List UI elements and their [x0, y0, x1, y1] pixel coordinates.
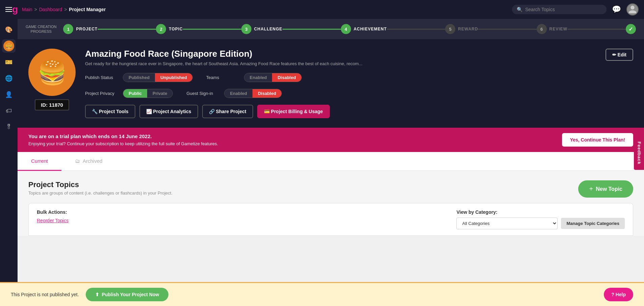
breadcrumb-sep1: > — [34, 7, 37, 12]
step-label-topic: TOPIC — [169, 27, 183, 31]
hamburger-menu[interactable] — [5, 7, 12, 12]
top-navigation: g Main > Dashboard > Project Manager 🔍 💬 — [0, 0, 644, 19]
search-icon: 🔍 — [517, 7, 522, 12]
continue-plan-button[interactable]: Yes, Continue This Plan! — [562, 133, 633, 147]
step-label-challenge: CHALLENGE — [254, 27, 283, 31]
step-circle-5: 5 — [445, 24, 455, 34]
step-circle-1: 1 — [63, 24, 73, 34]
trial-text: You are on a trial plan which ends on 14… — [28, 133, 218, 147]
category-select[interactable]: All Categories — [456, 218, 558, 229]
feedback-tab[interactable]: Feedback — [634, 136, 644, 170]
brand-logo: g — [12, 4, 18, 15]
project-title: Amazing Food Race (Singapore Edition) — [85, 49, 363, 59]
private-toggle[interactable]: Private — [147, 89, 172, 98]
step-topic[interactable]: 2 TOPIC — [156, 24, 183, 34]
teams-toggle: Enabled Disabled — [244, 73, 302, 82]
step-label-project: PROJECT — [76, 27, 98, 31]
help-button[interactable]: ? Help — [604, 288, 633, 301]
privacy-row: Project Privacy Public Private — [85, 89, 173, 98]
breadcrumb-dashboard[interactable]: Dashboard — [39, 7, 62, 12]
project-analytics-button[interactable]: 📈 Project Analytics — [139, 105, 198, 118]
sidebar-item-globe[interactable]: 🌐 — [2, 72, 16, 85]
edit-button[interactable]: ✏ Edit — [606, 49, 633, 61]
project-meta: Publish Status Published Unpublished Tea… — [85, 73, 633, 82]
share-project-button[interactable]: 🔗 Share Project — [202, 105, 253, 118]
step-circle-3: 3 — [241, 24, 251, 34]
sidebar-item-user[interactable]: 🍔 — [2, 39, 16, 53]
connector-3 — [283, 29, 341, 30]
step-circle-check: ✓ — [626, 24, 636, 34]
new-topic-button[interactable]: + New Topic — [578, 180, 633, 198]
project-image: 🍔 — [28, 49, 76, 96]
step-circle-6: 6 — [537, 24, 547, 34]
chat-icon[interactable]: 💬 — [612, 5, 621, 14]
step-circle-4: 4 — [341, 24, 351, 34]
sidebar-item-ticket[interactable]: 🎫 — [2, 55, 16, 69]
connector-4 — [387, 29, 445, 30]
breadcrumb-main[interactable]: Main — [22, 7, 32, 12]
privacy-label: Project Privacy — [85, 91, 119, 96]
new-topic-label: New Topic — [596, 186, 622, 192]
project-billing-button[interactable]: 💳 Project Billing & Usage — [257, 105, 330, 118]
step-challenge[interactable]: 3 CHALLENGE — [241, 24, 283, 34]
breadcrumb: Main > Dashboard > Project Manager — [22, 7, 106, 12]
step-label-reward: REWARD — [458, 27, 478, 31]
project-meta-2: Project Privacy Public Private Guest Sig… — [85, 89, 633, 98]
sidebar-item-person[interactable]: 👤 — [2, 88, 16, 101]
bulk-actions-label: Bulk Actions: — [37, 209, 69, 215]
guest-signin-row: Guest Sign-in Enabled Disabled — [186, 89, 282, 98]
manage-categories-button[interactable]: Manage Topic Categories — [561, 218, 625, 229]
bulk-actions-row: Bulk Actions: Reorder Topics View by Cat… — [28, 203, 633, 236]
bulk-actions-col: Bulk Actions: Reorder Topics — [37, 209, 69, 224]
unpublished-toggle[interactable]: Unpublished — [155, 73, 192, 82]
tab-archived[interactable]: 🗂 Archived — [61, 152, 116, 171]
published-toggle[interactable]: Published — [123, 73, 155, 82]
left-sidebar: 🎨 🍔 🎫 🌐 👤 🏷 🎖 — [0, 19, 18, 306]
project-actions: 🔧 Project Tools 📈 Project Analytics 🔗 Sh… — [85, 105, 633, 118]
publish-status-toggle: Published Unpublished — [123, 73, 193, 82]
archive-icon: 🗂 — [75, 158, 80, 164]
avatar[interactable] — [626, 3, 639, 16]
topics-section: Current 🗂 Archived Project Topics Topics… — [18, 152, 644, 236]
search-input[interactable] — [525, 7, 602, 12]
progress-label: GAME CREATION PROGRESS — [26, 24, 56, 34]
step-label-achievement: ACHIEVEMENT — [354, 27, 387, 31]
sidebar-item-palette[interactable]: 🎨 — [2, 23, 16, 36]
topics-title-group: Project Topics Topics are groups of cont… — [28, 180, 172, 196]
tab-current[interactable]: Current — [18, 152, 61, 171]
step-achievement[interactable]: 4 ACHIEVEMENT — [341, 24, 387, 34]
project-info: Amazing Food Race (Singapore Edition) Ge… — [85, 49, 633, 118]
publish-now-button[interactable]: ⬆ Publish Your Project Now — [86, 288, 169, 301]
step-label-review: REVIEW — [549, 27, 567, 31]
teams-enabled-toggle[interactable]: Enabled — [244, 73, 272, 82]
step-reward[interactable]: 5 REWARD — [445, 24, 478, 34]
guest-disabled-toggle[interactable]: Disabled — [252, 89, 281, 98]
project-card: 🍔 ID: 11870 Amazing Food Race (Singapore… — [18, 39, 644, 128]
teams-label: Teams — [206, 75, 240, 80]
publish-up-icon: ⬆ — [95, 292, 99, 297]
guest-enabled-toggle[interactable]: Enabled — [224, 89, 252, 98]
view-category-col: View by Category: All Categories Manage … — [456, 209, 625, 229]
step-review[interactable]: 6 REVIEW — [537, 24, 567, 34]
step-project[interactable]: 1 PROJECT — [63, 24, 98, 34]
teams-row: Teams Enabled Disabled — [206, 73, 302, 82]
guest-signin-label: Guest Sign-in — [186, 91, 220, 96]
food-emoji: 🍔 — [37, 58, 67, 86]
trial-line1: You are on a trial plan which ends on 14… — [28, 133, 218, 139]
sidebar-item-tag[interactable]: 🏷 — [2, 104, 16, 118]
search-box: 🔍 — [512, 5, 607, 14]
step-complete[interactable]: ✓ — [626, 24, 636, 34]
teams-disabled-toggle[interactable]: Disabled — [272, 73, 301, 82]
breadcrumb-current: Project Manager — [69, 7, 106, 12]
breadcrumb-sep2: > — [64, 7, 67, 12]
project-id: ID: 11870 — [35, 99, 69, 110]
reorder-topics-link[interactable]: Reorder Topics — [37, 218, 69, 223]
sidebar-item-badge[interactable]: 🎖 — [2, 120, 16, 134]
progress-bar: GAME CREATION PROGRESS 1 PROJECT 2 TOPIC… — [18, 19, 644, 39]
connector-1 — [98, 29, 156, 30]
public-toggle[interactable]: Public — [123, 89, 147, 98]
connector-2 — [183, 29, 241, 30]
connector-5 — [478, 29, 536, 30]
project-tools-button[interactable]: 🔧 Project Tools — [85, 105, 135, 118]
project-description: Get ready for the hungriest race ever in… — [85, 61, 363, 66]
